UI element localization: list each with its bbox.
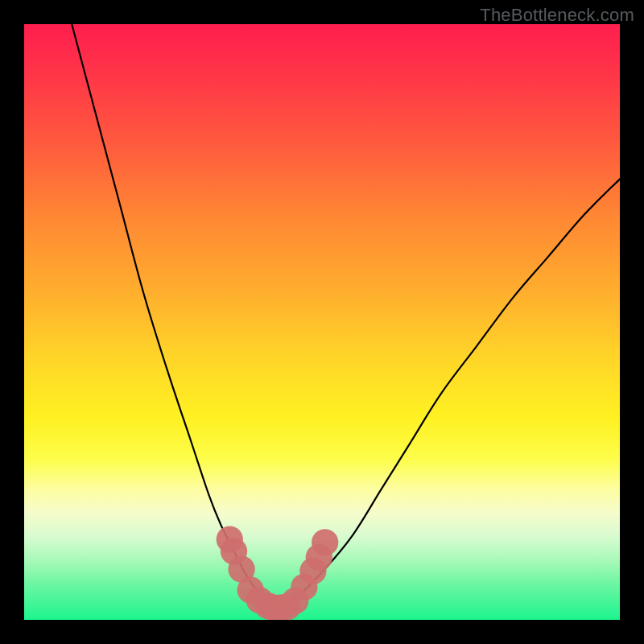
watermark-text: TheBottleneck.com (480, 5, 634, 26)
marker-point (312, 529, 338, 555)
chart-frame: TheBottleneck.com (0, 0, 644, 644)
plot-area (24, 24, 620, 620)
chart-overlay (24, 24, 620, 620)
marker-group (217, 526, 339, 620)
curve-left (72, 24, 280, 608)
